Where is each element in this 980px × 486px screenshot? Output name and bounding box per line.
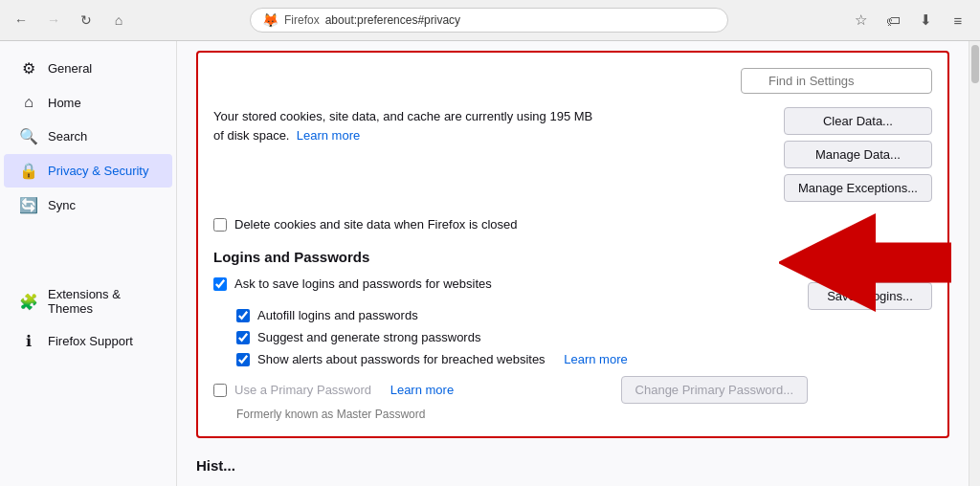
- url-text: about:preferences#privacy: [325, 13, 460, 27]
- menu-button[interactable]: ≡: [944, 6, 972, 34]
- address-bar-wrapper: 🦊 Firefox about:preferences#privacy: [138, 8, 840, 33]
- sidebar-item-label: General: [48, 61, 92, 76]
- storage-section: Your stored cookies, site data, and cach…: [213, 107, 932, 202]
- sidebar-item-home[interactable]: ⌂ Home: [4, 86, 172, 119]
- toolbar-right: ☆ 🏷 ⬇ ≡: [846, 6, 972, 34]
- change-primary-password-button: Change Primary Password...: [621, 376, 808, 404]
- firefox-logo-icon: 🦊: [262, 12, 278, 28]
- logins-section: Logins and Passwords Ask to save logins …: [213, 249, 932, 421]
- sidebar-item-label: Firefox Support: [48, 334, 133, 348]
- suggest-label: Suggest and generate strong passwords: [257, 330, 480, 344]
- sidebar-item-label: Sync: [48, 198, 76, 212]
- home-icon: ⌂: [19, 94, 38, 111]
- logins-title: Logins and Passwords: [213, 249, 808, 265]
- clear-data-button[interactable]: Clear Data...: [784, 107, 932, 135]
- scrollbar[interactable]: [969, 41, 980, 486]
- alerts-checkbox[interactable]: [236, 353, 250, 366]
- sidebar: ⚙ General ⌂ Home 🔍 Search 🔒 Privacy & Se…: [0, 41, 177, 486]
- storage-text-content: Your stored cookies, site data, and cach…: [213, 109, 592, 143]
- sidebar-item-label: Home: [48, 96, 81, 110]
- primary-password-label: Use a Primary Password: [234, 383, 371, 397]
- alerts-learn-more-link[interactable]: Learn more: [564, 352, 627, 366]
- reload-button[interactable]: ↻: [73, 7, 100, 33]
- primary-left: Use a Primary Password Learn more: [213, 383, 454, 397]
- logins-left: Logins and Passwords Ask to save logins …: [213, 249, 808, 421]
- exceptions-button[interactable]: Exceptions...: [808, 249, 932, 276]
- delete-cookies-row: Delete cookies and site data when Firefo…: [213, 217, 932, 232]
- logins-buttons: Exceptions... Saved Logins...: [808, 249, 932, 421]
- saved-logins-button[interactable]: Saved Logins...: [808, 282, 932, 310]
- sidebar-item-extensions[interactable]: 🧩 Extensions & Themes: [4, 279, 172, 323]
- manage-data-button[interactable]: Manage Data...: [784, 141, 932, 168]
- storage-buttons: Clear Data... Manage Data... Manage Exce…: [784, 107, 932, 202]
- sync-icon: 🔄: [19, 196, 38, 214]
- info-icon: ℹ: [19, 332, 38, 350]
- home-button[interactable]: ⌂: [105, 7, 132, 33]
- alerts-row: Show alerts about passwords for breached…: [236, 352, 808, 366]
- find-in-settings-wrapper: 🔍: [213, 68, 932, 94]
- storage-description: Your stored cookies, site data, and cach…: [213, 107, 596, 144]
- sidebar-item-general[interactable]: ⚙ General: [4, 52, 172, 85]
- autofill-checkbox[interactable]: [236, 309, 250, 322]
- content-area: ⚙ General ⌂ Home 🔍 Search 🔒 Privacy & Se…: [0, 41, 980, 486]
- formerly-text: Formerly known as Master Password: [236, 408, 808, 421]
- suggest-row: Suggest and generate strong passwords: [236, 330, 808, 344]
- sidebar-item-sync[interactable]: 🔄 Sync: [4, 188, 172, 222]
- scrollbar-thumb[interactable]: [971, 45, 979, 83]
- manage-exceptions-button[interactable]: Manage Exceptions...: [784, 174, 932, 202]
- sidebar-item-search[interactable]: 🔍 Search: [4, 120, 172, 153]
- sidebar-item-label: Search: [48, 129, 87, 144]
- ask-to-save-checkbox[interactable]: [213, 277, 227, 291]
- find-in-settings-input[interactable]: [741, 68, 932, 94]
- primary-password-row: Use a Primary Password Learn more Change…: [213, 376, 808, 404]
- address-bar[interactable]: 🦊 Firefox about:preferences#privacy: [250, 8, 728, 33]
- gear-icon: ⚙: [19, 59, 38, 77]
- extensions-icon: 🧩: [19, 293, 38, 311]
- misc-title: Hist...: [177, 448, 969, 479]
- pocket-button[interactable]: 🏷: [879, 6, 907, 34]
- bookmarks-button[interactable]: ☆: [846, 6, 875, 34]
- delete-cookies-label: Delete cookies and site data when Firefo…: [234, 217, 518, 232]
- forward-button[interactable]: →: [40, 7, 67, 33]
- browser-chrome: ← → ↻ ⌂ 🦊 Firefox about:preferences#priv…: [0, 0, 980, 41]
- sidebar-item-label: Extensions & Themes: [48, 287, 157, 316]
- preferences-section: 🔍 Your stored cookies, site data, and ca…: [196, 51, 949, 438]
- sidebar-item-privacy[interactable]: 🔒 Privacy & Security: [4, 154, 172, 188]
- autofill-label: Autofill logins and passwords: [257, 308, 418, 322]
- site-name: Firefox: [284, 13, 320, 27]
- ask-to-save-row: Ask to save logins and passwords for web…: [213, 276, 808, 291]
- downloads-button[interactable]: ⬇: [911, 6, 940, 34]
- storage-learn-more-link[interactable]: Learn more: [297, 128, 360, 143]
- back-button[interactable]: ←: [8, 7, 34, 33]
- autofill-row: Autofill logins and passwords: [236, 308, 808, 322]
- sidebar-item-label: Privacy & Security: [48, 164, 148, 178]
- primary-password-checkbox[interactable]: [213, 384, 227, 397]
- search-icon: 🔍: [19, 127, 38, 145]
- lock-icon: 🔒: [19, 162, 38, 180]
- sidebar-item-support[interactable]: ℹ Firefox Support: [4, 324, 172, 358]
- alerts-label: Show alerts about passwords for breached…: [257, 352, 546, 366]
- main-content-wrapper: 🔍 Your stored cookies, site data, and ca…: [177, 41, 980, 486]
- main-inner: 🔍 Your stored cookies, site data, and ca…: [177, 41, 969, 486]
- find-wrapper: 🔍: [741, 68, 932, 94]
- toolbar: ← → ↻ ⌂ 🦊 Firefox about:preferences#priv…: [0, 0, 980, 40]
- delete-cookies-checkbox[interactable]: [213, 218, 227, 232]
- primary-password-learn-more-link[interactable]: Learn more: [390, 383, 454, 397]
- suggest-checkbox[interactable]: [236, 331, 250, 344]
- ask-to-save-label: Ask to save logins and passwords for web…: [234, 276, 492, 291]
